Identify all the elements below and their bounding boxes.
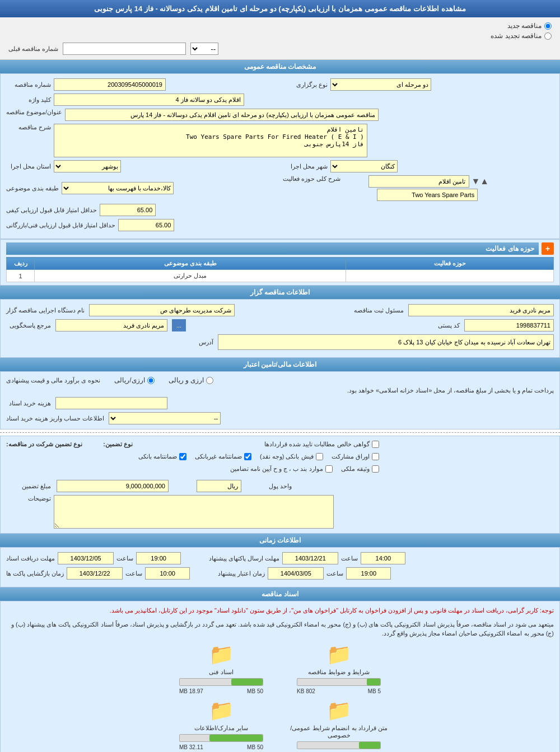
col-num: ردیف: [7, 258, 35, 270]
category-select[interactable]: کالا،خدمات با فهرست بها: [62, 182, 174, 194]
ref-dots-button[interactable]: ...: [172, 319, 186, 331]
timing-section-header: اطلاعات زمانی: [0, 534, 560, 547]
guarantee-check-zarhanat[interactable]: ضمانتنامه بانکی: [138, 453, 186, 460]
technical-score-input[interactable]: [118, 219, 174, 231]
folder-icon-1: 📁: [326, 643, 352, 666]
receive-time-input[interactable]: [136, 552, 181, 564]
general-section-header: مشخصات مناقصه عمومی: [0, 60, 560, 73]
submit-date-input[interactable]: [282, 552, 338, 564]
docs-notice2: میتعهد می شود در اسناد مناقصه، صرفاً پذی…: [6, 620, 554, 638]
doc1-progress: [297, 678, 381, 686]
purchase-cost-input[interactable]: [55, 397, 167, 409]
page-header: مشاهده اطلاعات مناقصه عمومی همزمان با ار…: [0, 0, 560, 17]
folder-icon-3: 📁: [326, 699, 352, 722]
type-select[interactable]: دو مرحله ای: [330, 78, 431, 91]
finance-section-header: اطلاعات مالی/تامین اعتبار: [0, 358, 560, 371]
col-activity: حوزه فعالیت: [346, 258, 554, 270]
guarantee-check-zarhanat-non[interactable]: ضمانتنامه غیربانکی: [195, 453, 251, 460]
doc-item-1: 📁 شرایط و ضوابط مناقصه 5 MB 802 KB: [283, 643, 395, 694]
city-select[interactable]: کنگان: [330, 160, 398, 172]
new-tender-radio[interactable]: مناقصه جدید: [507, 22, 552, 30]
docs-notice1: توجه: کاربر گرامی، دریافت اسناد در مهلت …: [6, 606, 554, 615]
postal-input[interactable]: [464, 319, 554, 331]
activity-table: حوزه فعالیت طبقه بندی موضوعی ردیف مبدل ح…: [6, 257, 554, 282]
guarantee-check-gah[interactable]: گواهی خالص مطالبات تایید شده قراردادها: [264, 441, 379, 448]
doc-item-4: 📁 سایر مدارک/اطلاعات 50 MB 32.11 MB: [165, 699, 277, 753]
organizer-section-header: اطلاعات مناقصه گزار: [0, 286, 560, 299]
docs-section-header: اسناد مناقصه: [0, 587, 560, 601]
col-category: طبقه بندی موضوعی: [35, 258, 346, 270]
description-textarea[interactable]: تامین اقلام Two Years Spare Parts For Fi…: [54, 124, 367, 157]
doc-item-3: 📁 متن قرارداد به انضمام شرایط عمومی/خصوص…: [283, 699, 395, 753]
description-input[interactable]: [54, 495, 334, 529]
responsible-input[interactable]: [408, 304, 554, 316]
renewed-tender-radio[interactable]: مناقصه تجدید شده: [491, 32, 552, 40]
activity-desc-input2[interactable]: [377, 189, 478, 201]
guarantee-check-moarad[interactable]: موارد بند ب ، ج و ح آیین نامه تضامین: [230, 465, 333, 473]
doc2-progress: [179, 678, 263, 686]
prev-tender-select[interactable]: --: [190, 43, 218, 55]
folder-icon-4: 📁: [209, 699, 234, 722]
activity-desc-input1[interactable]: [368, 175, 469, 188]
add-activity-button[interactable]: +: [542, 242, 554, 255]
guarantee-check-vasighe[interactable]: وثیقه ملکی: [341, 465, 379, 473]
ref-input[interactable]: [55, 319, 167, 331]
guarantee-check-fish[interactable]: فیش بانکی (وجه نقد): [260, 453, 323, 460]
table-row: مبدل حرارتی 1: [7, 270, 554, 282]
account-select[interactable]: --: [109, 412, 221, 424]
validity-date-input[interactable]: [268, 567, 324, 580]
open-time-input[interactable]: [145, 567, 190, 580]
doc3-progress: [297, 741, 381, 749]
open-date-input[interactable]: [67, 567, 123, 580]
amount-input[interactable]: [57, 480, 169, 492]
exec-org-input[interactable]: [89, 304, 235, 316]
prev-tender-input[interactable]: [63, 43, 186, 55]
folder-icon-2: 📁: [209, 643, 234, 666]
address-input[interactable]: [218, 334, 554, 350]
quality-score-input[interactable]: [100, 204, 156, 216]
keyword-input[interactable]: [54, 94, 244, 106]
unit-input[interactable]: [197, 480, 241, 492]
receive-date-input[interactable]: [58, 552, 114, 564]
validity-time-input[interactable]: [346, 567, 391, 580]
payment-note: پرداخت تمام و یا بخشی از مبلغ مناقصه، از…: [6, 387, 554, 394]
guarantee-check-avarag[interactable]: اوراق مشارکت: [332, 453, 379, 460]
doc-item-2: 📁 اسناد فنی 50 MB 18.97 MB: [165, 643, 277, 694]
submit-time-input[interactable]: [361, 552, 405, 564]
subject-input[interactable]: [65, 109, 379, 121]
province-select[interactable]: بوشهر: [54, 160, 121, 172]
tender-number-input[interactable]: [54, 78, 166, 91]
budget-option1-radio[interactable]: ارزی/ریالی: [114, 376, 154, 384]
doc4-progress: [179, 734, 263, 742]
budget-option2-radio[interactable]: ارزی و ریالی: [169, 376, 214, 384]
